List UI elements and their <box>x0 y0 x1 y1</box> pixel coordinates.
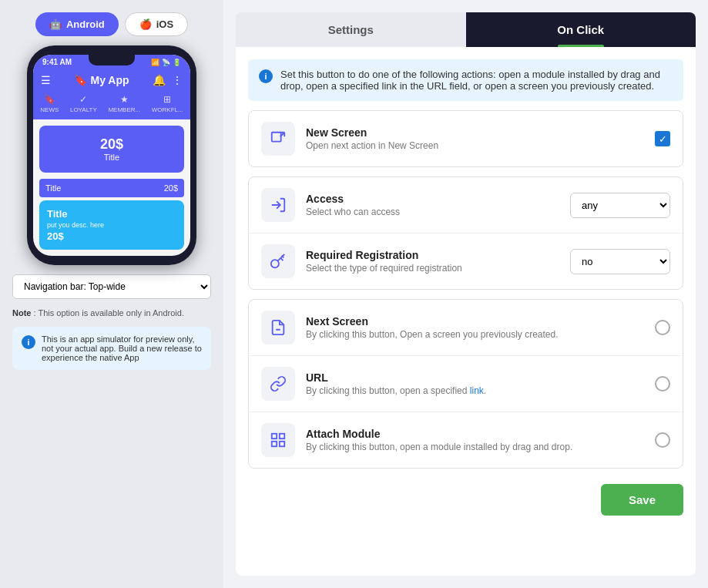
access-title: Access <box>306 193 559 205</box>
required-reg-select[interactable]: no email phone <box>570 249 670 274</box>
module-icon <box>270 432 287 449</box>
nav-tab-member: ★ MEMBER... <box>108 94 140 113</box>
url-title: URL <box>306 371 644 384</box>
attach-module-radio[interactable] <box>655 432 670 448</box>
platform-switcher: 🤖 Android 🍎 iOS <box>12 12 211 36</box>
phone-top-icons: 🔔 ⋮ <box>153 74 183 86</box>
new-screen-content: New Screen Open next action in New Scree… <box>306 126 644 151</box>
attach-module-row: Attach Module By clicking this button, o… <box>249 412 683 468</box>
new-screen-checkbox[interactable]: ✓ <box>655 131 670 146</box>
android-label: Android <box>66 18 105 30</box>
news-tab-icon: 🔖 <box>44 94 55 105</box>
card-price: 20$ <box>47 230 176 242</box>
phone-list-item: Title 20$ <box>39 179 184 197</box>
url-radio[interactable] <box>655 376 670 391</box>
save-button[interactable]: Save <box>601 484 683 516</box>
attach-module-title: Attach Module <box>306 428 644 440</box>
svg-point-2 <box>271 260 279 267</box>
android-icon: 🤖 <box>49 18 62 30</box>
required-reg-action[interactable]: no email phone <box>570 249 670 274</box>
workfl-tab-label: WORKFL... <box>152 106 183 113</box>
app-title: 🔖 My App <box>74 74 129 86</box>
member-tab-icon: ★ <box>120 94 129 105</box>
android-note: Note : This option is available only in … <box>12 308 211 318</box>
sign-in-icon <box>270 197 287 213</box>
apple-icon: 🍎 <box>139 18 152 30</box>
next-screen-radio[interactable] <box>655 320 670 335</box>
new-screen-card: New Screen Open next action in New Scree… <box>248 110 683 167</box>
phone-card: Title put you desc. here 20$ <box>39 200 184 250</box>
access-select[interactable]: any members guests <box>570 193 670 218</box>
new-screen-row: New Screen Open next action in New Scree… <box>249 111 683 166</box>
nav-bar-select[interactable]: Navigation bar: Top-wide Navigation bar:… <box>12 274 211 299</box>
svg-rect-7 <box>272 442 277 446</box>
next-screen-row: Next Screen By clicking this button, Ope… <box>249 300 683 356</box>
phone-mockup: 9:41 AM 📶 📡 🔋 ☰ 🔖 My App 🔔 ⋮ <box>27 45 196 265</box>
app-name: My App <box>90 74 129 86</box>
link-icon <box>270 375 287 392</box>
next-screen-icon-box <box>261 311 295 344</box>
card-desc: put you desc. here <box>47 221 176 229</box>
next-screen-content: Next Screen By clicking this button, Ope… <box>306 315 644 340</box>
url-subtitle: By clicking this button, open a specifie… <box>306 385 644 396</box>
list-item-title: Title <box>45 183 61 193</box>
tabs-container: Settings On Click <box>236 12 696 47</box>
signal-icon: 📡 <box>162 59 170 66</box>
required-registration-row: Required Registration Select the type of… <box>249 234 683 289</box>
required-reg-title: Required Registration <box>306 249 559 261</box>
access-row: Access Select who can access any members… <box>249 177 683 234</box>
info-banner-icon: i <box>259 69 273 83</box>
phone-screen: 9:41 AM 📶 📡 🔋 ☰ 🔖 My App 🔔 ⋮ <box>33 55 190 256</box>
access-subtitle: Select who can access <box>306 207 559 217</box>
member-tab-label: MEMBER... <box>108 106 140 113</box>
bookmark-icon: 🔖 <box>74 74 87 86</box>
tab-on-click[interactable]: On Click <box>466 12 696 47</box>
access-content: Access Select who can access <box>306 193 559 217</box>
required-reg-content: Required Registration Select the type of… <box>306 249 559 274</box>
content-area: i Set this button to do one of the follo… <box>236 47 696 576</box>
attach-module-subtitle: By clicking this button, open a module i… <box>306 442 644 452</box>
phone-notch <box>89 55 135 66</box>
ios-button[interactable]: 🍎 iOS <box>125 12 188 36</box>
phone-time: 9:41 AM <box>42 58 72 66</box>
tab-settings[interactable]: Settings <box>236 12 466 47</box>
note-content: : This option is available only in Andro… <box>34 308 184 318</box>
required-reg-icon-box <box>261 244 295 278</box>
android-button[interactable]: 🤖 Android <box>35 12 119 36</box>
battery-icon: 🔋 <box>173 59 181 66</box>
access-registration-card: Access Select who can access any members… <box>248 176 683 290</box>
list-item-price: 20$ <box>164 183 178 193</box>
simulator-info-text: This is an app simulator for preview onl… <box>42 334 202 362</box>
ios-label: iOS <box>156 18 173 30</box>
more-icon: ⋮ <box>172 74 183 86</box>
save-row: Save <box>248 478 683 516</box>
next-screen-title: Next Screen <box>306 315 644 328</box>
external-link-icon <box>270 130 287 147</box>
url-link[interactable]: link <box>470 385 484 396</box>
next-screen-subtitle: By clicking this button, Open a screen y… <box>306 329 644 340</box>
nav-tab-news: 🔖 NEWS <box>40 94 59 113</box>
status-icons: 📶 📡 🔋 <box>151 59 181 66</box>
card-title: Title <box>47 208 176 220</box>
nav-bar-selector-row: Navigation bar: Top-wide Navigation bar:… <box>12 274 211 299</box>
svg-rect-0 <box>272 133 281 142</box>
url-radio-action[interactable] <box>655 376 670 391</box>
banner-price: 20$ <box>50 136 173 153</box>
next-screen-radio-action[interactable] <box>655 320 670 335</box>
hamburger-icon: ☰ <box>41 74 51 86</box>
nav-options-card: Next Screen By clicking this button, Ope… <box>248 299 683 469</box>
url-row: URL By clicking this button, open a spec… <box>249 356 683 412</box>
settings-tab-label: Settings <box>328 23 374 36</box>
news-tab-label: NEWS <box>40 106 59 113</box>
info-icon: i <box>22 335 35 349</box>
key-icon <box>270 253 287 270</box>
attach-module-radio-action[interactable] <box>655 432 670 448</box>
svg-rect-6 <box>280 442 284 446</box>
access-action[interactable]: any members guests <box>570 193 670 218</box>
note-label: Note <box>12 308 31 318</box>
phone-nav-tabs: 🔖 NEWS ✓ LOYALTY ★ MEMBER... ⊞ WORKFL... <box>33 91 190 119</box>
info-banner-text: Set this button to do one of the followi… <box>280 69 673 92</box>
left-panel: 🤖 Android 🍎 iOS 9:41 AM 📶 📡 🔋 ☰ 🔖 <box>0 0 223 588</box>
svg-rect-4 <box>272 434 277 438</box>
new-screen-action[interactable]: ✓ <box>655 131 670 146</box>
